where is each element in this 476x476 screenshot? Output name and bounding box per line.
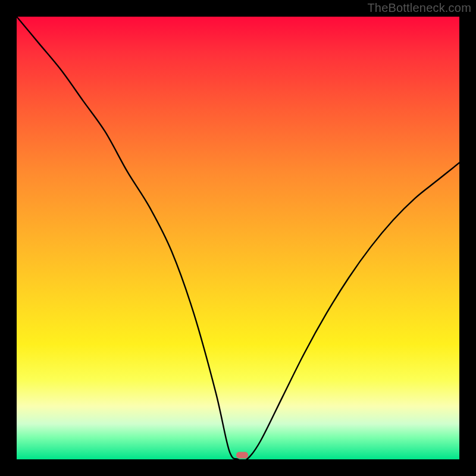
- watermark-text: TheBottleneck.com: [367, 1, 471, 15]
- bottleneck-curve: [17, 17, 459, 459]
- chart-frame: TheBottleneck.com: [0, 0, 476, 476]
- plot-area: [17, 17, 459, 459]
- optimal-point-marker: [236, 452, 248, 458]
